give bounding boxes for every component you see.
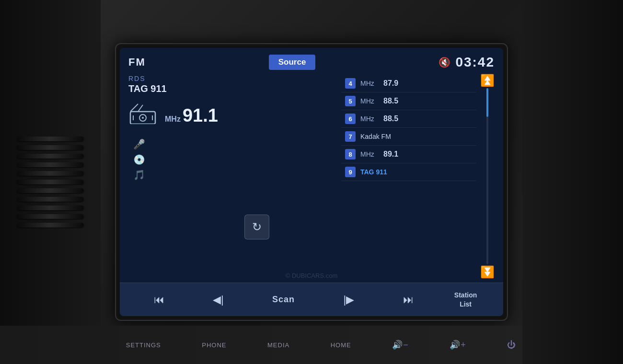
home-hw-button[interactable]: HOME	[331, 341, 351, 349]
cd-icon: 💿	[133, 154, 336, 165]
music-icon: 🎵	[133, 169, 336, 181]
volume-down-hw-button[interactable]: 🔊−	[392, 340, 409, 350]
freq-value: 91.1	[183, 105, 218, 126]
next-button[interactable]: ⏭	[395, 290, 421, 310]
scroll-thumb	[486, 88, 488, 117]
station-type-5: MHz	[360, 97, 379, 105]
station-row-6[interactable]: 6 MHz 88.5	[341, 110, 476, 128]
freq-unit: MHz	[165, 115, 181, 124]
svg-point-4	[142, 117, 144, 119]
frequency-display: MHz 91.1	[165, 105, 218, 126]
top-right: 🔇 03:42	[438, 55, 495, 70]
radio-icon-row: MHz 91.1	[128, 102, 336, 129]
screen-container: FM Source 🔇 03:42 RDS TAG 911	[115, 43, 508, 321]
station-num-5: 5	[345, 96, 356, 106]
controls-bar: ⏮ ◀| Scan |▶ ⏭ StationList	[120, 283, 503, 316]
time-display: 03:42	[455, 55, 495, 70]
radio-icon	[128, 102, 157, 129]
station-freq-4: 87.9	[383, 79, 398, 88]
infotainment-screen: FM Source 🔇 03:42 RDS TAG 911	[120, 48, 503, 316]
step-fwd-button[interactable]: |▶	[335, 290, 362, 310]
rds-label: RDS	[128, 75, 336, 82]
volume-up-hw-button[interactable]: 🔊+	[450, 340, 466, 350]
station-num-4: 4	[345, 78, 356, 89]
settings-hw-button[interactable]: SETTINGS	[126, 341, 161, 349]
station-row-5[interactable]: 5 MHz 88.5	[341, 92, 476, 110]
display-area: FM Source 🔇 03:42 RDS TAG 911	[120, 48, 503, 283]
top-bar: FM Source 🔇 03:42	[128, 55, 495, 70]
current-station-name: TAG 911	[128, 83, 336, 94]
station-row-7[interactable]: 7 Kadak FM	[341, 128, 476, 146]
scroll-down-button[interactable]: ⏬	[480, 266, 495, 278]
station-type-9: TAG 911	[360, 168, 399, 176]
fm-label: FM	[128, 56, 146, 68]
station-row-8[interactable]: 8 MHz 89.1	[341, 146, 476, 163]
car-frame: FM Source 🔇 03:42 RDS TAG 911	[0, 0, 623, 364]
power-hw-button[interactable]: ⏻	[507, 340, 516, 350]
scan-button[interactable]: Scan	[265, 291, 302, 308]
station-freq-8: 89.1	[383, 150, 398, 159]
station-row-4[interactable]: 4 MHz 87.9	[341, 75, 476, 92]
station-type-8: MHz	[360, 150, 379, 158]
station-list-button[interactable]: StationList	[454, 291, 477, 308]
media-hw-button[interactable]: MEDIA	[267, 341, 289, 349]
station-row-9[interactable]: 9 TAG 911	[341, 163, 476, 181]
refresh-button[interactable]: ↻	[244, 215, 269, 239]
station-num-7: 7	[345, 131, 356, 142]
step-back-button[interactable]: ◀|	[205, 290, 231, 310]
station-num-9: 9	[345, 167, 356, 177]
station-freq-5: 88.5	[383, 97, 398, 105]
right-area	[522, 0, 623, 364]
scrollbar: ⏫ ⏬	[480, 75, 495, 278]
svg-line-6	[138, 105, 143, 112]
left-vent	[0, 0, 101, 364]
scroll-up-button[interactable]: ⏫	[480, 75, 495, 86]
mic-icon: 🎤	[133, 138, 336, 150]
station-num-6: 6	[345, 114, 356, 124]
right-panel: 4 MHz 87.9 5 MHz 88.5 6 MH	[341, 75, 495, 278]
station-type-6: MHz	[360, 115, 379, 123]
svg-line-5	[130, 104, 138, 112]
phone-hw-button[interactable]: PHONE	[202, 341, 226, 349]
station-type-7: Kadak FM	[360, 133, 399, 140]
scroll-track	[486, 88, 488, 264]
station-num-8: 8	[345, 149, 356, 159]
source-button[interactable]: Source	[269, 55, 316, 70]
left-icons: 🎤 💿 🎵	[128, 138, 336, 181]
content-area: RDS TAG 911	[128, 75, 495, 278]
mute-icon[interactable]: 🔇	[438, 57, 450, 68]
station-list: 4 MHz 87.9 5 MHz 88.5 6 MH	[341, 75, 476, 278]
left-panel: RDS TAG 911	[128, 75, 341, 278]
prev-button[interactable]: ⏮	[146, 290, 172, 310]
station-type-4: MHz	[360, 80, 379, 87]
station-freq-6: 88.5	[383, 114, 398, 123]
